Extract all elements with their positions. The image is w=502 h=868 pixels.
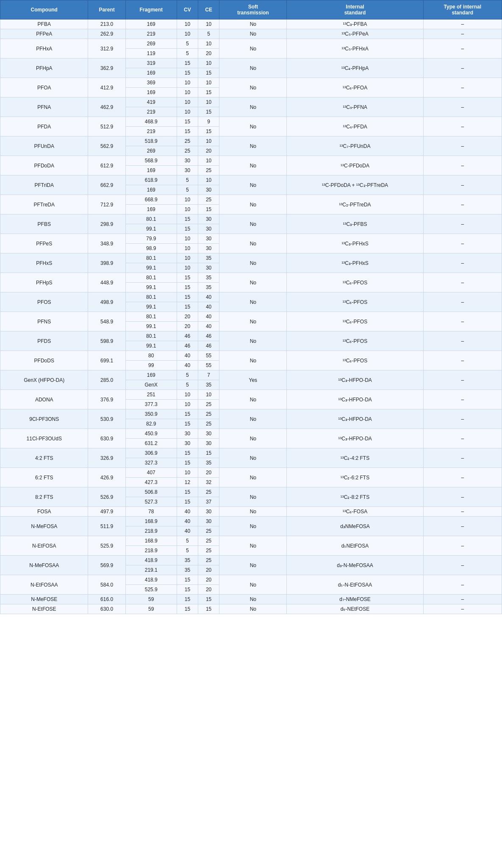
ce-cell: 5 bbox=[198, 29, 219, 39]
cv-cell: 15 bbox=[177, 419, 198, 429]
fragment-cell: 80.1 bbox=[125, 253, 177, 263]
cv-cell: 10 bbox=[177, 205, 198, 214]
ce-cell: 30 bbox=[198, 224, 219, 234]
std-cell: ¹³C₃-PFBA bbox=[287, 19, 423, 29]
cv-cell: 5 bbox=[177, 49, 198, 58]
std-cell: ¹³C₂-PFTreDA bbox=[287, 195, 423, 214]
ce-cell: 15 bbox=[198, 604, 219, 614]
ce-cell: 20 bbox=[198, 565, 219, 575]
cv-cell: 35 bbox=[177, 565, 198, 575]
cv-cell: 10 bbox=[177, 234, 198, 244]
fragment-cell: 169 bbox=[125, 19, 177, 29]
ce-cell: 10 bbox=[198, 175, 219, 185]
cv-cell: 15 bbox=[177, 575, 198, 585]
ce-cell: 20 bbox=[198, 49, 219, 58]
parent-cell: 462.9 bbox=[88, 97, 125, 117]
cv-cell: 15 bbox=[177, 224, 198, 234]
ce-cell: 25 bbox=[198, 556, 219, 565]
compound-cell: PFDA bbox=[0, 117, 88, 136]
parent-cell: 598.9 bbox=[88, 331, 125, 351]
std-type-cell: – bbox=[423, 390, 502, 409]
parent-cell: 312.9 bbox=[88, 39, 125, 58]
std-cell: d₅NEtFOSA bbox=[287, 536, 423, 556]
ce-cell: 15 bbox=[198, 448, 219, 458]
std-type-cell: – bbox=[423, 370, 502, 390]
cv-cell: 15 bbox=[177, 58, 198, 68]
fragment-cell: 78 bbox=[125, 507, 177, 517]
std-type-cell: – bbox=[423, 468, 502, 487]
cv-cell: 15 bbox=[177, 595, 198, 604]
fragment-cell: 269 bbox=[125, 39, 177, 49]
ce-cell: 46 bbox=[198, 341, 219, 351]
cv-cell: 10 bbox=[177, 400, 198, 409]
std-type-cell: – bbox=[423, 517, 502, 536]
compound-cell: 9Cl-PF3ONS bbox=[0, 409, 88, 429]
ce-cell: 20 bbox=[198, 585, 219, 595]
fragment-cell: 418.9 bbox=[125, 556, 177, 565]
soft-cell: No bbox=[219, 117, 287, 136]
fragment-cell: 506.8 bbox=[125, 487, 177, 497]
ce-cell: 40 bbox=[198, 302, 219, 312]
ce-cell: 20 bbox=[198, 468, 219, 478]
std-cell: d₃-N-MeFOSAA bbox=[287, 556, 423, 575]
soft-cell: No bbox=[219, 390, 287, 409]
soft-cell: No bbox=[219, 604, 287, 614]
cv-cell: 20 bbox=[177, 312, 198, 322]
ce-cell: 30 bbox=[198, 429, 219, 439]
soft-cell: No bbox=[219, 78, 287, 97]
ce-cell: 15 bbox=[198, 68, 219, 78]
cv-cell: 15 bbox=[177, 604, 198, 614]
std-type-cell: – bbox=[423, 117, 502, 136]
cv-cell: 5 bbox=[177, 380, 198, 390]
std-cell: ¹³C-PFDoDA bbox=[287, 156, 423, 175]
cv-cell: 15 bbox=[177, 487, 198, 497]
parent-cell: 612.9 bbox=[88, 156, 125, 175]
parent-cell: 398.9 bbox=[88, 253, 125, 273]
fragment-cell: 169 bbox=[125, 370, 177, 380]
ce-cell: 10 bbox=[198, 19, 219, 29]
std-cell: ¹³C₃-HFPO-DA bbox=[287, 429, 423, 448]
cv-cell: 40 bbox=[177, 351, 198, 361]
std-type-cell: – bbox=[423, 214, 502, 234]
compound-cell: N-EtFOSA bbox=[0, 536, 88, 556]
cv-cell: 46 bbox=[177, 331, 198, 341]
parent-cell: 376.9 bbox=[88, 390, 125, 409]
cv-cell: 10 bbox=[177, 244, 198, 253]
soft-cell: No bbox=[219, 39, 287, 58]
ce-cell: 55 bbox=[198, 361, 219, 370]
std-cell: ¹³C₈-PFOS bbox=[287, 312, 423, 331]
soft-cell: No bbox=[219, 156, 287, 175]
cv-cell: 20 bbox=[177, 322, 198, 331]
cv-cell: 10 bbox=[177, 253, 198, 263]
fragment-cell: 427.3 bbox=[125, 478, 177, 487]
ce-cell: 15 bbox=[198, 107, 219, 117]
std-type-cell: – bbox=[423, 58, 502, 78]
table-row: PFHxA 312.9 269 5 10 No ¹³C₅-PFHxA – bbox=[0, 39, 502, 49]
soft-cell: No bbox=[219, 507, 287, 517]
parent-cell: 548.9 bbox=[88, 312, 125, 331]
std-cell: ¹³C₆-PFDA bbox=[287, 117, 423, 136]
fragment-cell: 99.1 bbox=[125, 322, 177, 331]
ce-cell: 35 bbox=[198, 253, 219, 263]
fragment-cell: 99 bbox=[125, 361, 177, 370]
soft-cell: No bbox=[219, 234, 287, 253]
table-row: PFUnDA 562.9 518.9 25 10 No ¹³C₇-PFUnDA … bbox=[0, 136, 502, 146]
std-type-cell: – bbox=[423, 195, 502, 214]
fragment-cell: GenX bbox=[125, 380, 177, 390]
soft-cell: Yes bbox=[219, 370, 287, 390]
fragment-cell: 79.9 bbox=[125, 234, 177, 244]
std-cell: ¹³C₃-HFPO-DA bbox=[287, 370, 423, 390]
std-cell: ¹³C₄-PFHpA bbox=[287, 58, 423, 78]
ce-cell: 25 bbox=[198, 536, 219, 546]
std-type-cell: – bbox=[423, 39, 502, 58]
compound-cell: PFHxS bbox=[0, 253, 88, 273]
compound-cell: PFHpA bbox=[0, 58, 88, 78]
cv-cell: 5 bbox=[177, 536, 198, 546]
compound-cell: PFUnDA bbox=[0, 136, 88, 156]
fragment-cell: 377.3 bbox=[125, 400, 177, 409]
cv-cell: 40 bbox=[177, 507, 198, 517]
compound-cell: GenX (HFPO-DA) bbox=[0, 370, 88, 390]
std-cell: ¹³C₃-PFHxS bbox=[287, 234, 423, 253]
cv-cell: 15 bbox=[177, 273, 198, 283]
table-row: 4:2 FTS 326.9 306.9 15 15 No ¹³C₂-4:2 FT… bbox=[0, 448, 502, 458]
